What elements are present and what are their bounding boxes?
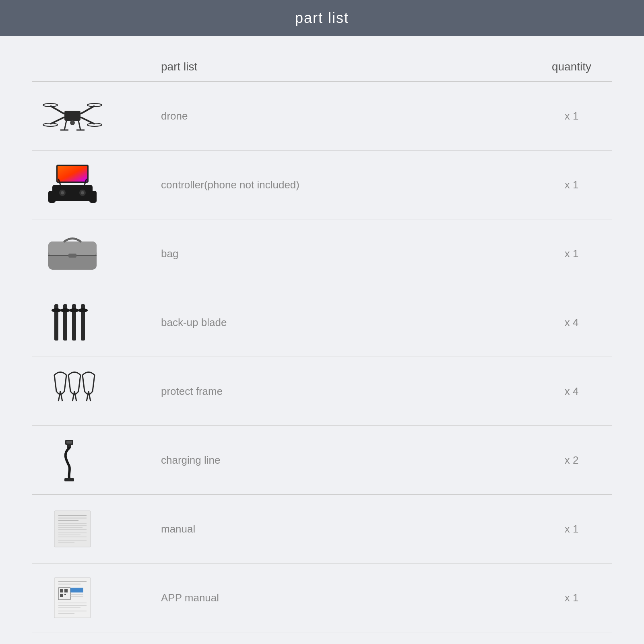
manual-name: manual	[161, 523, 195, 535]
drone-qty: x 1	[565, 110, 579, 122]
bag-image-cell	[32, 231, 113, 276]
protect-frame-name-cell: protect frame	[113, 385, 531, 398]
controller-qty: x 1	[565, 179, 579, 191]
table-row: drone x 1	[32, 82, 612, 151]
svg-point-32	[60, 308, 70, 312]
parts-table: part list quantity	[32, 60, 612, 632]
manual-qty-cell: x 1	[531, 523, 612, 535]
protect-frame-qty: x 4	[565, 385, 579, 397]
svg-rect-64	[60, 589, 63, 592]
page-title: part list	[295, 10, 349, 27]
charging-line-qty: x 2	[565, 454, 579, 466]
bag-name: bag	[161, 248, 178, 260]
app-manual-image-cell	[32, 576, 113, 620]
drone-name-cell: drone	[113, 110, 531, 122]
main-content: part list quantity	[0, 36, 644, 644]
svg-line-40	[74, 391, 76, 401]
svg-point-34	[69, 308, 79, 312]
svg-point-20	[81, 191, 84, 194]
svg-rect-0	[64, 111, 80, 121]
protect-frame-icon	[42, 369, 103, 413]
svg-rect-46	[64, 478, 74, 481]
svg-line-11	[78, 121, 80, 130]
svg-rect-26	[48, 242, 97, 256]
svg-rect-21	[48, 191, 56, 203]
charging-line-icon	[42, 438, 103, 482]
protect-frame-image-cell	[32, 369, 113, 413]
controller-name-cell: controller(phone not included)	[113, 179, 531, 191]
manual-image-cell	[32, 507, 113, 551]
app-manual-qty: x 1	[565, 592, 579, 604]
svg-rect-67	[64, 594, 66, 595]
page-wrapper: part list part list quantity	[0, 0, 644, 644]
manual-icon	[42, 507, 103, 551]
drone-qty-cell: x 1	[531, 110, 612, 122]
controller-image-cell	[32, 163, 113, 207]
table-row: APP manual x 1	[32, 564, 612, 632]
svg-rect-68	[70, 588, 83, 592]
controller-icon	[42, 163, 103, 207]
table-row: bag x 1	[32, 219, 612, 288]
blade-image-cell	[32, 300, 113, 345]
controller-name: controller(phone not included)	[161, 179, 299, 191]
table-row: manual x 1	[32, 495, 612, 564]
svg-line-2	[80, 106, 95, 114]
table-row: back-up blade x 4	[32, 288, 612, 357]
blade-name-cell: back-up blade	[113, 316, 531, 329]
svg-point-9	[70, 120, 75, 125]
svg-line-38	[60, 391, 62, 401]
svg-rect-44	[66, 441, 72, 444]
charging-line-qty-cell: x 2	[531, 454, 612, 466]
charging-line-image-cell	[32, 438, 113, 482]
table-row: protect frame x 4	[32, 357, 612, 426]
charging-line-name-cell: charging line	[113, 454, 531, 466]
manual-qty: x 1	[565, 523, 579, 535]
app-manual-icon	[42, 576, 103, 620]
protect-frame-qty-cell: x 4	[531, 385, 612, 398]
svg-rect-60	[54, 578, 91, 618]
blade-qty: x 4	[565, 316, 579, 328]
svg-point-18	[61, 191, 64, 194]
blade-icon	[42, 300, 103, 345]
table-header-row: part list quantity	[32, 60, 612, 82]
app-manual-name-cell: APP manual	[113, 592, 531, 604]
bag-name-cell: bag	[113, 248, 531, 260]
col-name-label: part list	[161, 60, 197, 73]
svg-line-1	[50, 106, 64, 114]
charging-line-name: charging line	[161, 454, 220, 466]
blade-qty-cell: x 4	[531, 316, 612, 329]
drone-name: drone	[161, 110, 188, 122]
app-manual-name: APP manual	[161, 592, 219, 604]
bag-qty-cell: x 1	[531, 248, 612, 260]
svg-rect-47	[54, 511, 91, 547]
col-name-header: part list	[113, 60, 531, 73]
svg-rect-65	[64, 589, 68, 592]
svg-line-42	[89, 391, 91, 401]
drone-icon	[42, 94, 103, 138]
table-row: charging line x 2	[32, 426, 612, 495]
svg-point-36	[78, 308, 88, 312]
drone-image-cell	[32, 94, 113, 138]
svg-line-10	[64, 121, 66, 130]
bag-icon	[42, 231, 103, 276]
manual-name-cell: manual	[113, 523, 531, 535]
svg-rect-15	[58, 166, 87, 182]
svg-rect-28	[68, 254, 76, 258]
col-qty-label: quantity	[552, 60, 591, 73]
page-header: part list	[0, 0, 644, 36]
svg-rect-16	[52, 185, 93, 201]
protect-frame-name: protect frame	[161, 385, 223, 397]
controller-qty-cell: x 1	[531, 179, 612, 191]
blade-name: back-up blade	[161, 316, 227, 328]
bag-qty: x 1	[565, 248, 579, 260]
app-manual-qty-cell: x 1	[531, 592, 612, 604]
col-qty-header: quantity	[531, 60, 612, 73]
table-row: controller(phone not included) x 1	[32, 151, 612, 219]
svg-rect-22	[89, 191, 97, 203]
svg-point-30	[52, 308, 61, 312]
svg-rect-66	[60, 594, 63, 597]
